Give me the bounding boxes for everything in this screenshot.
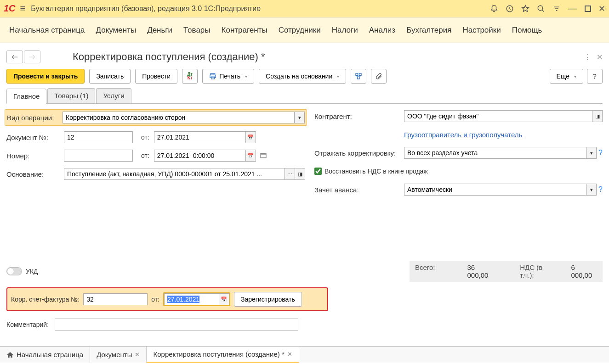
- basis-label: Основание:: [6, 170, 64, 178]
- menu-accounting[interactable]: Бухгалтерия: [406, 26, 451, 35]
- dropdown-icon[interactable]: ▾: [295, 112, 305, 123]
- tab-goods[interactable]: Товары (1): [47, 88, 95, 103]
- menu-goods[interactable]: Товары: [183, 26, 210, 35]
- bottom-tab-current-label: Корректировка поступления (создание) *: [153, 350, 284, 358]
- bottom-tab-home[interactable]: Начальная страница: [0, 347, 90, 363]
- star-icon[interactable]: [521, 5, 529, 13]
- doc-date-from-label: от:: [141, 134, 149, 141]
- operation-type-input[interactable]: [63, 112, 295, 123]
- contractor-input[interactable]: [404, 110, 592, 122]
- bottom-tab-current[interactable]: Корректировка поступления (создание) * ✕: [147, 347, 299, 363]
- number-input[interactable]: [64, 150, 133, 162]
- help-icon[interactable]: ?: [598, 149, 603, 157]
- number-date-input[interactable]: [154, 150, 246, 162]
- operation-type-label: Вид операции:: [7, 114, 63, 122]
- restore-vat-checkbox[interactable]: [314, 168, 322, 175]
- close-icon[interactable]: ✕: [135, 351, 140, 358]
- document-toolbar: Провести и закрыть Записать Провести ДтК…: [6, 66, 603, 88]
- invoice-section: Корр. счет-фактура №: от: 27.01.2021 📅 З…: [6, 287, 328, 311]
- menu-home[interactable]: Начальная страница: [9, 26, 85, 35]
- invoice-number-input[interactable]: [83, 293, 148, 305]
- calendar-icon[interactable]: 📅: [246, 131, 256, 143]
- create-based-button[interactable]: Создать на основании: [259, 69, 346, 84]
- search-icon[interactable]: [537, 5, 545, 13]
- home-icon: [6, 351, 14, 358]
- filter-icon[interactable]: [552, 5, 561, 13]
- open-icon[interactable]: ◨: [295, 168, 305, 180]
- menu-money[interactable]: Деньги: [147, 26, 172, 35]
- main-menu: Начальная страница Документы Деньги Това…: [0, 17, 609, 43]
- post-button[interactable]: Провести: [135, 69, 177, 84]
- close-icon[interactable]: ✕: [598, 4, 605, 14]
- reflect-label: Отражать корректировку:: [314, 149, 404, 157]
- invoice-label: Корр. счет-фактура №:: [11, 296, 80, 303]
- history-icon[interactable]: [506, 5, 514, 13]
- reflect-input[interactable]: [404, 147, 586, 159]
- register-button[interactable]: Зарегистрировать: [234, 292, 302, 307]
- menu-help[interactable]: Помощь: [512, 26, 542, 35]
- tab-services[interactable]: Услуги: [96, 88, 131, 103]
- help-icon[interactable]: ?: [598, 185, 603, 194]
- document-title: Корректировка поступления (создание) *: [73, 51, 584, 63]
- menu-taxes[interactable]: Налоги: [332, 26, 358, 35]
- doc-no-label: Документ №:: [6, 134, 64, 141]
- menu-employees[interactable]: Сотрудники: [279, 26, 321, 35]
- calendar-icon[interactable]: 📅: [246, 150, 256, 162]
- dropdown-icon[interactable]: ▾: [586, 147, 597, 159]
- doc-no-input[interactable]: [64, 131, 133, 143]
- ukd-label: УКД: [26, 268, 38, 275]
- close-icon[interactable]: ✕: [287, 351, 292, 358]
- ukd-toggle[interactable]: [6, 267, 22, 275]
- nav-back-button[interactable]: 🡠: [6, 50, 23, 63]
- maximize-icon[interactable]: [585, 6, 591, 12]
- svg-rect-4: [210, 75, 216, 78]
- operation-type-row: Вид операции: ▾: [5, 109, 307, 126]
- save-button[interactable]: Записать: [89, 69, 131, 84]
- comment-input[interactable]: [55, 319, 298, 330]
- help-button[interactable]: ?: [587, 69, 603, 84]
- invoice-date-input[interactable]: 27.01.2021: [164, 293, 219, 305]
- hamburger-icon[interactable]: ≡: [20, 3, 26, 14]
- bottom-tab-documents[interactable]: Документы ✕: [90, 347, 147, 363]
- close-document-icon[interactable]: ✕: [597, 53, 603, 62]
- number-label: Номер:: [6, 152, 64, 160]
- menu-settings[interactable]: Настройки: [462, 26, 501, 35]
- ellipsis-icon[interactable]: ⋯: [285, 168, 295, 180]
- advance-input[interactable]: [404, 184, 586, 196]
- dropdown-icon[interactable]: ▾: [586, 184, 597, 196]
- edit-icon[interactable]: [260, 152, 267, 159]
- invoice-from-label: от:: [151, 296, 159, 303]
- print-button[interactable]: Печать: [202, 69, 254, 84]
- window-tabs: Начальная страница Документы ✕ Корректир…: [0, 346, 609, 363]
- comment-label: Комментарий:: [6, 321, 55, 328]
- dtkt-button[interactable]: ДтКт: [182, 69, 198, 84]
- shipper-link[interactable]: Грузоотправитель и грузополучатель: [404, 131, 522, 139]
- basis-input[interactable]: [64, 168, 285, 180]
- contractor-label: Контрагент:: [314, 112, 404, 120]
- open-icon[interactable]: ◨: [592, 110, 603, 122]
- structure-button[interactable]: [351, 69, 366, 84]
- svg-rect-2: [585, 6, 591, 11]
- document-tabs: Главное Товары (1) Услуги: [6, 88, 603, 104]
- total-value: 36 000,00: [467, 263, 497, 279]
- attachment-button[interactable]: [371, 69, 387, 84]
- more-button[interactable]: Еще: [550, 69, 584, 84]
- document-header: 🡠 🡢 Корректировка поступления (создание)…: [6, 48, 603, 66]
- minimize-icon[interactable]: —: [568, 3, 577, 14]
- svg-rect-6: [356, 73, 358, 76]
- restore-vat-label: Восстановить НДС в книге продаж: [324, 168, 428, 175]
- bottom-tab-docs-label: Документы: [97, 351, 132, 358]
- doc-date-input[interactable]: [154, 131, 246, 143]
- menu-analysis[interactable]: Анализ: [369, 26, 395, 35]
- nav-forward-button[interactable]: 🡢: [24, 50, 40, 63]
- kebab-icon[interactable]: ⋮: [584, 53, 591, 62]
- title-bar: 1C ≡ Бухгалтерия предприятия (базовая), …: [0, 0, 609, 17]
- app-title: Бухгалтерия предприятия (базовая), редак…: [31, 5, 490, 13]
- bell-icon[interactable]: [490, 5, 498, 13]
- post-and-close-button[interactable]: Провести и закрыть: [6, 69, 85, 84]
- menu-contractors[interactable]: Контрагенты: [222, 26, 268, 35]
- tab-main[interactable]: Главное: [6, 89, 46, 104]
- menu-documents[interactable]: Документы: [96, 26, 137, 35]
- calendar-icon[interactable]: 📅: [219, 293, 229, 305]
- bottom-tab-home-label: Начальная страница: [17, 351, 83, 358]
